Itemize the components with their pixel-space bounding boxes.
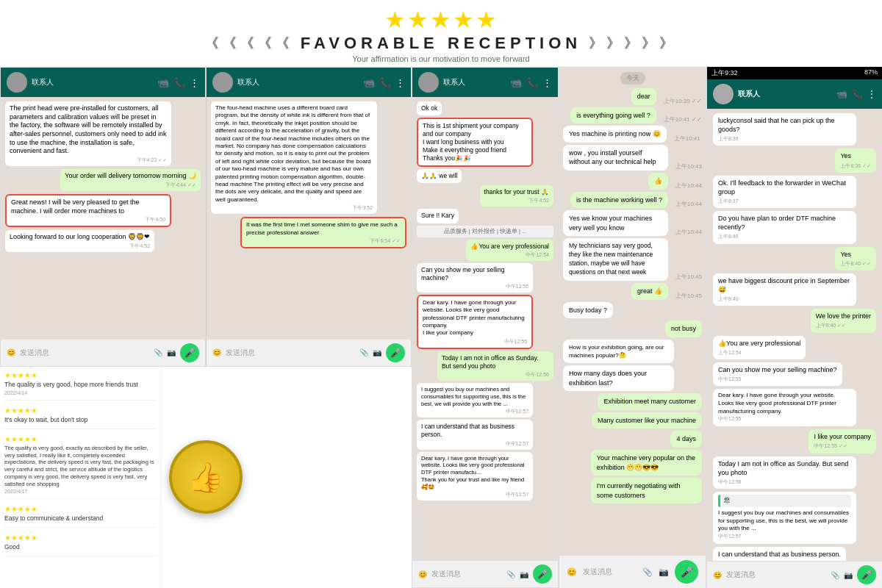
- attach-icon-2[interactable]: 📎: [359, 348, 368, 356]
- chat-panel-2: 联系人 📹 📞 ⋮ The four-head machine uses a d…: [206, 67, 412, 367]
- header-icons-1: 📹 📞 ⋮: [157, 77, 199, 88]
- msg-time: 中午12:55: [421, 283, 528, 290]
- msg-1-1: The print head were pre-installed for cu…: [5, 101, 171, 166]
- emoji-icon-mid[interactable]: 😊: [567, 567, 577, 577]
- review-stars: ★★★★★: [4, 406, 157, 415]
- msg-2-1: The four-head machine uses a different b…: [211, 101, 377, 214]
- review-stars: ★★★★★: [4, 505, 157, 513]
- fr-msg-text: Yes上午8:36 ✓✓: [835, 148, 876, 172]
- call-icon[interactable]: 📞: [173, 77, 185, 88]
- avatar-fr: [713, 84, 734, 104]
- chat-input-bar-2[interactable]: 😊 发送消息 📎 📷 🎤: [207, 339, 411, 366]
- msg-3-2: This is 1st shipment your company and ou…: [417, 118, 533, 167]
- middle-chat: 今天 dear 上午10:39 ✓✓ is everything going w…: [559, 67, 706, 588]
- fr-msg-text: Ok. I'll feedback to the forwarder in We…: [713, 176, 856, 208]
- msg-1-3: Great news! I will be very pleased to ge…: [5, 194, 171, 227]
- emoji-icon[interactable]: 😊: [7, 348, 15, 356]
- fr-msg-2: Yes上午8:36 ✓✓: [713, 148, 876, 172]
- camera-icon-2[interactable]: 📷: [373, 348, 381, 356]
- fr-msg-6: we have biggest discount price in Septem…: [713, 273, 876, 306]
- review-text: Easy to communicate & understand: [4, 514, 157, 523]
- fr-msg-5: Yes上午8:40 ✓✓: [713, 247, 876, 270]
- emoji-icon-2[interactable]: 😊: [212, 348, 221, 356]
- contact-name-1: 联系人: [32, 77, 54, 87]
- msg-time: 中午12:57: [421, 408, 528, 415]
- fr-msg-14: I can understand that as business person…: [713, 547, 876, 561]
- fr-msg-text: Today I am not in office as Sunday. But …: [713, 456, 856, 489]
- send-button-3[interactable]: 🎤: [533, 564, 552, 584]
- chat-input-bar-3[interactable]: 😊 发送消息 📎 📷 🎤: [412, 560, 558, 587]
- fr-time: 中午12:56: [718, 479, 742, 484]
- msg-mid-3: Yes machine is printing now 😊 上午10:41: [563, 126, 702, 143]
- attach-icon-fr[interactable]: 📎: [831, 571, 839, 579]
- review-text: Good: [4, 543, 157, 551]
- input-placeholder-mid[interactable]: 发送消息: [583, 567, 637, 577]
- msg-3-6: 👍You are very professional中午12:54: [466, 240, 553, 261]
- msg-text: dear: [631, 88, 656, 105]
- msg-time: 上午10:41: [674, 135, 700, 143]
- fr-time: 上午8:40: [718, 234, 739, 239]
- header-icons-fr: 📹 📞 ⋮: [836, 89, 876, 99]
- review-4: ★★★★★ Easy to communicate & understand: [4, 505, 157, 528]
- call-icon-3[interactable]: 📞: [526, 77, 538, 88]
- attach-icon-3[interactable]: 📎: [506, 570, 515, 578]
- msg-3-5: Sure !! Kary: [417, 209, 459, 223]
- fr-msg-8: 👍You are very professional上午12:54: [713, 336, 876, 359]
- middle-chat-input[interactable]: 😊 发送消息 📎 📷 🎤: [559, 555, 706, 588]
- chat-body-2: The four-head machine uses a different b…: [207, 97, 411, 339]
- msg-mid-8: My technicians say very good, they like …: [563, 238, 702, 281]
- msg-time: 下午4:44 ✓✓: [65, 182, 196, 188]
- emoji-icon-3[interactable]: 😊: [418, 570, 427, 578]
- msg-time: 下午4:52: [484, 197, 549, 204]
- attach-icon[interactable]: 📎: [154, 348, 162, 356]
- input-placeholder-1[interactable]: 发送消息: [20, 348, 149, 358]
- input-placeholder-3[interactable]: 发送消息: [431, 569, 502, 579]
- fr-msg-text: I like your company中午12:55 ✓✓: [808, 429, 876, 453]
- video-icon-2[interactable]: 📹: [363, 77, 375, 88]
- msg-text: is the machine working well ?: [570, 192, 668, 209]
- msg-time: 中午12:55: [423, 338, 527, 345]
- video-icon-3[interactable]: 📹: [510, 77, 522, 88]
- call-icon-2[interactable]: 📞: [379, 77, 391, 88]
- msg-time: 下午4:23 ✓✓: [10, 157, 167, 163]
- send-button-2[interactable]: 🎤: [386, 343, 405, 362]
- msg-3-12: Dear kary. I have gone through your webs…: [417, 452, 533, 501]
- msg-mid-1: dear 上午10:39 ✓✓: [563, 88, 702, 105]
- msg-3-10: I suggest you buy our machines and consu…: [417, 383, 533, 417]
- fr-msg-text: Do you have plan to order DTF machine re…: [713, 211, 856, 243]
- menu-icon[interactable]: ⋮: [190, 77, 199, 88]
- fr-time: 上午8:40 ✓✓: [816, 323, 847, 328]
- msg-1-2: Your order will delivery tomorrow mornin…: [60, 169, 201, 191]
- send-button-1[interactable]: 🎤: [180, 343, 199, 362]
- review-1: ★★★★★ The quality is very good, hope mor…: [4, 371, 157, 401]
- input-placeholder-fr[interactable]: 发送消息: [726, 570, 826, 580]
- fr-msg-13: 您 I suggest you buy our machines and con…: [713, 492, 876, 544]
- fr-msg-text: We love the printer上午8:40 ✓✓: [811, 309, 876, 332]
- call-icon-fr[interactable]: 📞: [852, 89, 863, 99]
- review-5: ★★★★★ Good: [4, 534, 157, 556]
- msg-mid-18: I'm currently negotiating with some cust…: [563, 478, 702, 503]
- camera-icon-mid[interactable]: 📷: [659, 567, 669, 577]
- menu-icon-fr[interactable]: ⋮: [867, 89, 876, 99]
- camera-icon-fr[interactable]: 📷: [844, 571, 853, 579]
- send-button-fr[interactable]: 🎤: [857, 565, 876, 584]
- camera-icon-3[interactable]: 📷: [520, 570, 528, 578]
- msg-time: 中午12:54: [470, 251, 549, 258]
- video-icon[interactable]: 📹: [157, 77, 169, 88]
- msg-text: great 👍: [631, 283, 668, 300]
- menu-icon-3[interactable]: ⋮: [542, 77, 552, 88]
- emoji-icon-fr[interactable]: 😊: [713, 571, 722, 579]
- camera-icon[interactable]: 📷: [167, 348, 176, 356]
- input-placeholder-2[interactable]: 发送消息: [226, 348, 355, 358]
- far-right-input-bar[interactable]: 😊 发送消息 📎 📷 🎤: [707, 561, 882, 588]
- menu-icon-2[interactable]: ⋮: [395, 77, 405, 88]
- attach-icon-mid[interactable]: 📎: [642, 567, 653, 577]
- msg-mid-14: Exhibition meet many customer: [563, 393, 702, 410]
- send-button-mid[interactable]: 🎤: [675, 560, 698, 584]
- msg-text: wow , you install yourself without any o…: [563, 145, 668, 171]
- video-icon-fr[interactable]: 📹: [836, 89, 847, 99]
- fr-time: 中午12:55: [718, 416, 742, 421]
- msg-mid-5: 👍 上午10:44: [563, 173, 702, 190]
- avatar-2: [212, 72, 233, 93]
- chat-input-bar-1[interactable]: 😊 发送消息 📎 📷 🎤: [1, 339, 205, 366]
